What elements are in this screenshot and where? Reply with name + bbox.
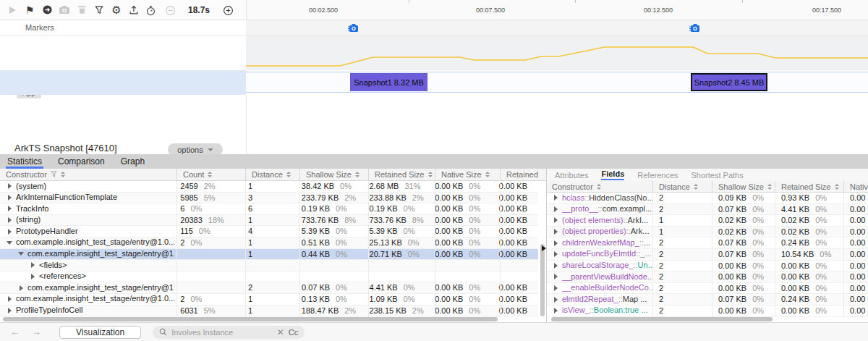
- table-row[interactable]: (system)24592%138.42 KB0%2.68 MB31%0.00 …: [0, 181, 538, 193]
- search-box[interactable]: Involves Instance ✕ Cc: [153, 326, 305, 339]
- expand-arrow-icon[interactable]: [552, 251, 559, 257]
- clean-icon[interactable]: [76, 4, 88, 16]
- column-header-shallow-size[interactable]: Shallow Size: [300, 169, 369, 180]
- snapshot-track[interactable]: Snapshot1 8.32 MBSnapshot2 8.45 MB: [246, 72, 868, 93]
- memory-chart[interactable]: [246, 36, 868, 70]
- field-row[interactable]: shareLocalStorage_ :: Un...20.00 KB0%0.0…: [546, 261, 868, 272]
- memory-row-header[interactable]: Memory App options: [0, 36, 246, 70]
- expand-arrow-icon[interactable]: [6, 183, 13, 189]
- minus-circle-icon[interactable]: [164, 4, 176, 16]
- sort-icon[interactable]: [61, 172, 65, 177]
- expand-arrow-icon[interactable]: [552, 206, 559, 212]
- export-icon[interactable]: [128, 4, 140, 16]
- column-header-constructor[interactable]: Constructor: [0, 169, 177, 180]
- expand-arrow-icon[interactable]: [552, 274, 559, 279]
- expand-arrow-icon[interactable]: [552, 217, 559, 223]
- visualization-button[interactable]: Visualization: [59, 326, 141, 339]
- sort-icon[interactable]: [597, 184, 601, 190]
- field-row[interactable]: hclass :: HiddenClass(No...20.09 KB0%0.9…: [546, 193, 868, 204]
- collapse-arrow-icon[interactable]: [17, 252, 25, 256]
- table-row[interactable]: com.example.insight_test_stage/entry@1..…: [0, 282, 538, 294]
- expand-arrow-icon[interactable]: [6, 217, 13, 223]
- settings-icon[interactable]: ⚙: [111, 4, 122, 16]
- column-header-retained-size[interactable]: Retained Size: [775, 181, 844, 192]
- field-row[interactable]: __parentViewBuildNode...20.00 KB0%0.00 K…: [546, 271, 868, 283]
- tab-references[interactable]: References: [637, 171, 678, 180]
- sort-icon[interactable]: [355, 172, 359, 177]
- sort-icon[interactable]: [286, 172, 291, 177]
- expand-arrow-icon[interactable]: [6, 206, 13, 211]
- table-row[interactable]: ArkInternalFunctionTemplate59855%3233.79…: [0, 193, 538, 204]
- sort-icon[interactable]: [485, 172, 490, 177]
- column-header-retained-size[interactable]: Retained Size: [369, 169, 435, 180]
- field-row[interactable]: elmtId2Repeat_ :: Map ...20.07 KB0%0.24 …: [546, 294, 868, 306]
- snapshot-camera-marker-icon[interactable]: [689, 22, 700, 32]
- expand-right-panel-icon[interactable]: [542, 245, 546, 251]
- timeline-ruler[interactable]: 00:02.50000:07.50000:12.50000:17.500: [246, 0, 868, 20]
- table-row[interactable]: com.example.insight_test_stage/entry@1.0…: [0, 294, 538, 306]
- field-row[interactable]: childrenWeakrefMap_ :: ...20.07 KB0%0.24…: [546, 237, 868, 249]
- left-table-hscrollbar[interactable]: [3, 317, 498, 321]
- tab-statistics[interactable]: Statistics: [7, 154, 42, 169]
- expand-arrow-icon[interactable]: [6, 195, 13, 201]
- field-row[interactable]: __enableBuilderNodeCo...20.00 KB0%0.00 K…: [546, 283, 868, 295]
- sort-icon[interactable]: [767, 184, 772, 190]
- close-icon[interactable]: ✕: [277, 327, 284, 337]
- field-row[interactable]: updateFuncByElmtId :: _...20.07 KB0%10.5…: [546, 249, 868, 261]
- table-row[interactable]: TrackInfo60%60.19 KB0%0.19 KB0%0.00 KB0%…: [0, 203, 538, 215]
- arrow-right-icon[interactable]: →: [32, 327, 54, 337]
- field-row[interactable]: (object elements) :: ArkI...10.02 KB0%0.…: [546, 215, 868, 227]
- expand-arrow-icon[interactable]: [6, 296, 13, 302]
- table-row[interactable]: <fields>: [0, 260, 538, 271]
- table-row[interactable]: ProfileTypeInfoCell60315%1188.47 KB2%238…: [0, 306, 538, 317]
- column-header-distance[interactable]: Distance: [653, 181, 712, 192]
- column-header-shallow-size[interactable]: Shallow Size: [712, 181, 775, 192]
- expand-arrow-icon[interactable]: [552, 240, 559, 246]
- collapse-arrow-icon[interactable]: [6, 241, 13, 245]
- expand-arrow-icon[interactable]: [552, 263, 559, 269]
- expand-arrow-icon[interactable]: [552, 297, 559, 303]
- table-row[interactable]: <references>: [0, 271, 538, 283]
- record-icon[interactable]: [41, 4, 53, 16]
- arkts-row-header[interactable]: ArkTS Snapshot [47610] ArkCompiler Runti…: [0, 70, 246, 95]
- tab-shortest-paths[interactable]: Shortest Paths: [692, 171, 744, 180]
- expand-arrow-icon[interactable]: [6, 229, 13, 235]
- snapshot-block[interactable]: Snapshot2 8.45 MB: [691, 73, 767, 91]
- tab-graph[interactable]: Graph: [121, 154, 145, 169]
- tab-comparison[interactable]: Comparison: [58, 154, 105, 169]
- table-row[interactable]: PrototypeHandler1150%45.39 KB0%5.39 KB0%…: [0, 226, 538, 237]
- camera-icon[interactable]: [59, 4, 70, 16]
- search-input[interactable]: Involves Instance: [171, 328, 272, 337]
- column-header-retained[interactable]: Retained: [501, 169, 546, 180]
- expand-arrow-icon[interactable]: [552, 229, 559, 235]
- sort-icon[interactable]: [208, 172, 212, 177]
- flag-icon[interactable]: ⚑: [24, 4, 35, 16]
- table-row[interactable]: (string)2038318%1733.76 KB8%733.76 KB8%0…: [0, 215, 538, 227]
- column-header-distance[interactable]: Distance: [246, 169, 300, 180]
- column-header-constructor[interactable]: Constructor: [546, 181, 653, 192]
- play-icon[interactable]: [7, 4, 18, 16]
- table-row[interactable]: com.example.insight_test_stage/entry@1.0…: [0, 237, 538, 249]
- markers-track[interactable]: [246, 20, 868, 36]
- match-case-toggle[interactable]: Cc: [289, 328, 298, 337]
- field-row[interactable]: __proto__ :: com.exampl...20.07 KB0%4.41…: [546, 204, 868, 216]
- expand-arrow-icon[interactable]: [6, 308, 13, 313]
- column-header-native-size[interactable]: Native Size: [435, 169, 501, 180]
- sort-icon[interactable]: [694, 184, 698, 190]
- column-header-count[interactable]: Count: [177, 169, 246, 180]
- snapshot-camera-marker-icon[interactable]: [348, 22, 359, 32]
- tab-attributes[interactable]: Attributes: [555, 171, 588, 180]
- sort-icon[interactable]: [835, 184, 839, 190]
- tab-fields[interactable]: Fields: [601, 169, 624, 180]
- table-row[interactable]: com.example.insight_test_stage/entry@1..…: [0, 249, 538, 261]
- expand-arrow-icon[interactable]: [552, 285, 559, 291]
- stopwatch-icon[interactable]: [145, 4, 156, 16]
- plus-circle-icon[interactable]: [222, 4, 234, 16]
- snapshot-block[interactable]: Snapshot1 8.32 MB: [350, 73, 427, 91]
- expand-arrow-icon[interactable]: [552, 308, 559, 313]
- expand-arrow-icon[interactable]: [29, 262, 36, 268]
- expand-arrow-icon[interactable]: [29, 274, 36, 279]
- filter-icon[interactable]: [47, 170, 57, 179]
- field-row[interactable]: (object properties) :: Ark...10.02 KB0%0…: [546, 227, 868, 238]
- expand-arrow-icon[interactable]: [17, 285, 25, 291]
